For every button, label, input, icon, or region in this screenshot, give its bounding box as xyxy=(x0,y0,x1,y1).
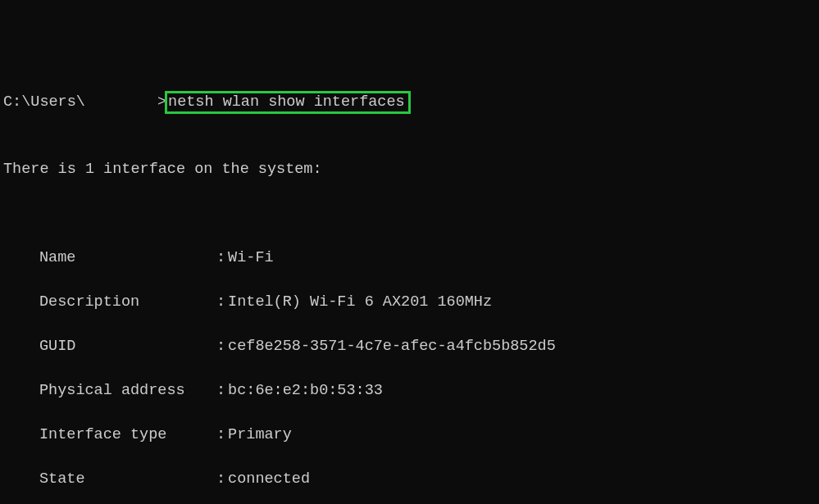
field-state: State:connected xyxy=(3,468,816,490)
interface-count-header: There is 1 interface on the system: xyxy=(3,158,816,180)
field-value: cef8e258-3571-4c7e-afec-a4fcb5b852d5 xyxy=(225,338,556,355)
field-description: Description:Intel(R) Wi-Fi 6 AX201 160MH… xyxy=(3,291,816,313)
redacted-username xyxy=(85,92,157,108)
field-guid: GUID:cef8e258-3571-4c7e-afec-a4fcb5b852d… xyxy=(3,335,816,357)
prompt-path-prefix: C:\Users\ xyxy=(3,93,85,111)
command-text: netsh wlan show interfaces xyxy=(168,93,405,111)
field-name: Name:Wi-Fi xyxy=(3,247,816,269)
field-value: bc:6e:e2:b0:53:33 xyxy=(225,382,383,399)
field-label: Description xyxy=(3,291,216,313)
field-label: GUID xyxy=(3,335,216,357)
field-value: Wi-Fi xyxy=(225,249,274,266)
field-label: Physical address xyxy=(3,379,216,402)
command-prompt-line[interactable]: C:\Users\>netsh wlan show interfaces xyxy=(3,91,411,114)
field-value: Primary xyxy=(225,426,292,443)
command-text-highlight: netsh wlan show interfaces xyxy=(165,91,411,114)
field-label: Name xyxy=(3,247,216,269)
field-value: Intel(R) Wi-Fi 6 AX201 160MHz xyxy=(225,293,492,311)
field-label: State xyxy=(3,468,216,490)
field-physical-address: Physical address:bc:6e:e2:b0:53:33 xyxy=(3,379,816,402)
field-label: Interface type xyxy=(3,424,216,446)
field-value: connected xyxy=(225,470,310,488)
field-interface-type: Interface type:Primary xyxy=(3,424,816,446)
